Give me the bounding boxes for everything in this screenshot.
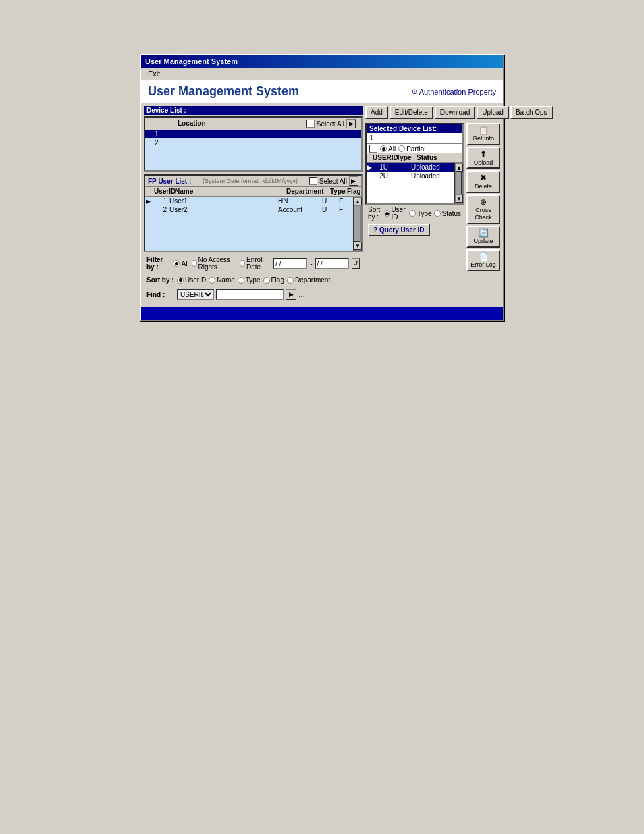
batch-ops-btn[interactable]: Batch Ops: [510, 106, 553, 119]
upload-icon: ⬆: [470, 149, 497, 159]
get-info-btn[interactable]: 📋 Get Info: [466, 123, 500, 145]
fp-row-1[interactable]: ▶ 1 User1 HN U F: [145, 197, 353, 205]
find-select[interactable]: USERID: [177, 289, 214, 300]
fp-expand-arrow[interactable]: ▶: [349, 176, 358, 186]
dt-scroll-thumb[interactable]: [455, 172, 462, 194]
sort-flag-radio[interactable]: [263, 277, 270, 284]
sort-right-userid-option[interactable]: User ID: [385, 206, 407, 221]
filter-date-from[interactable]: [273, 258, 307, 269]
fp-scrollbar[interactable]: ▲ ▼: [353, 197, 361, 251]
device-list-container: Location Select All ▶ 1: [144, 116, 363, 172]
all-radio[interactable]: [380, 145, 387, 152]
sort-right-status-label: Status: [442, 210, 461, 217]
sort-type-radio[interactable]: [238, 277, 244, 284]
device-table-body: ▶ 1U Uploaded 2U Uploaded: [367, 163, 454, 203]
sort-type-label: Type: [246, 276, 261, 284]
filter-enrolldate-radio[interactable]: [240, 260, 245, 267]
device-expand-arrow[interactable]: ▶: [346, 119, 356, 128]
device-row-1[interactable]: 1: [145, 130, 361, 138]
add-btn[interactable]: Add: [365, 106, 388, 119]
filter-refresh-btn[interactable]: ↺: [352, 258, 360, 269]
sort-row: Sort by : User D Name Type: [144, 275, 363, 285]
sort-right-type-option[interactable]: Type: [409, 210, 432, 217]
device-table-row-1[interactable]: ▶ 1U Uploaded: [367, 163, 454, 172]
device-table-scrollbar[interactable]: ▲ ▼: [454, 163, 462, 203]
sort-dept-radio[interactable]: [287, 277, 294, 284]
upload-action-btn[interactable]: ⬆ Upload: [466, 147, 500, 169]
auth-property-btn[interactable]: ⊙ Authentication Property: [412, 88, 496, 96]
all-partial-checkbox[interactable]: [369, 145, 377, 153]
query-user-id-btn[interactable]: ? Query User ID: [368, 224, 430, 236]
sort-dept-option[interactable]: Department: [287, 276, 330, 284]
menu-exit[interactable]: Exit: [144, 69, 164, 78]
filter-all-label: All: [181, 260, 188, 267]
right-section-wrapper: Selected Device List: 1 All Partial: [365, 123, 500, 271]
sort-flag-option[interactable]: Flag: [263, 276, 284, 284]
filter-date-to[interactable]: [315, 258, 349, 269]
col-header-location: Location: [178, 120, 301, 127]
fp-label: FP User List :: [148, 178, 191, 185]
update-label: Update: [473, 238, 493, 244]
fp-col-name: Name: [175, 188, 286, 195]
all-radio-option[interactable]: All: [380, 145, 396, 153]
fp-row-2[interactable]: 2 User2 Account U F: [145, 205, 353, 214]
main-window: User Management System Exit User Managem…: [140, 54, 504, 321]
sort-right-userid-radio[interactable]: [385, 210, 390, 217]
filter-all-option[interactable]: All: [173, 260, 188, 267]
col-header-id: [151, 120, 178, 127]
error-log-btn[interactable]: 📄 Error Log: [466, 249, 500, 271]
sort-right-status-option[interactable]: Status: [434, 210, 461, 217]
partial-radio[interactable]: [398, 145, 405, 152]
delete-btn[interactable]: ✖ Delete: [466, 170, 500, 192]
delete-icon: ✖: [470, 173, 497, 182]
fp-scroll-down[interactable]: ▼: [354, 242, 362, 250]
fp-col-flag: Flag: [347, 188, 360, 195]
filter-noaccess-option[interactable]: No Access Rights: [192, 256, 238, 271]
dt-scroll-up[interactable]: ▲: [455, 163, 463, 172]
fp-select-all-checkbox[interactable]: [309, 177, 317, 185]
edit-delete-btn[interactable]: Edit/Delete: [390, 106, 433, 119]
fp-scroll-thumb[interactable]: [354, 205, 360, 242]
sort-right-userid-label: User ID: [391, 206, 407, 221]
sort-userid-label: User D: [185, 276, 206, 284]
find-input[interactable]: [216, 289, 284, 300]
fp-col-userid: UserID: [151, 188, 175, 195]
filter-noaccess-radio[interactable]: [192, 260, 197, 267]
device-table-row-2[interactable]: 2U Uploaded: [367, 172, 454, 180]
get-info-label: Get Info: [473, 135, 494, 142]
upload-btn[interactable]: Upload: [477, 106, 509, 119]
all-radio-label: All: [388, 145, 396, 153]
filter-all-radio[interactable]: [173, 260, 180, 267]
download-btn[interactable]: Download: [435, 106, 475, 119]
title-bar: User Management System: [141, 55, 503, 68]
fp-user-list-section: FP User List : (System Date format : dd/…: [144, 174, 363, 252]
update-btn[interactable]: 🔄 Update: [466, 226, 500, 248]
dt-scroll-down[interactable]: ▼: [455, 194, 463, 203]
find-search-btn[interactable]: ▶: [286, 289, 296, 300]
sort-right-type-label: Type: [417, 210, 432, 217]
error-log-icon: 📄: [470, 252, 497, 261]
filter-enrolldate-option[interactable]: Enroll Date: [240, 256, 271, 271]
filter-enrolldate-label: Enroll Date: [246, 256, 271, 271]
find-row: Find : USERID ▶ …: [144, 288, 363, 301]
sort-right-label: Sort by :: [368, 206, 383, 221]
cross-check-btn[interactable]: ⊕ Cross Check: [466, 194, 500, 224]
device-table-wrapper: ▶ 1U Uploaded 2U Uploaded: [367, 163, 462, 203]
sort-userid-option[interactable]: User D: [177, 276, 206, 284]
sort-right-type-radio[interactable]: [409, 210, 416, 217]
device-select-all-row: Select All ▶: [304, 118, 358, 129]
device-select-all-checkbox[interactable]: [306, 120, 315, 128]
device-list-header: Location Select All ▶: [145, 118, 361, 130]
device-row-2[interactable]: 2: [145, 138, 361, 147]
partial-radio-option[interactable]: Partial: [398, 145, 425, 153]
fp-header: FP User List : (System Date format : dd/…: [145, 176, 361, 187]
sort-dept-label: Department: [295, 276, 330, 284]
sort-right-status-radio[interactable]: [434, 210, 441, 217]
sort-name-radio[interactable]: [209, 277, 215, 284]
sort-userid-radio[interactable]: [177, 277, 184, 284]
fp-scroll-up[interactable]: ▲: [354, 197, 362, 205]
sort-label: Sort by :: [146, 276, 175, 284]
sort-name-option[interactable]: Name: [209, 276, 235, 284]
sort-type-option[interactable]: Type: [238, 276, 261, 284]
status-bar: [141, 307, 503, 320]
